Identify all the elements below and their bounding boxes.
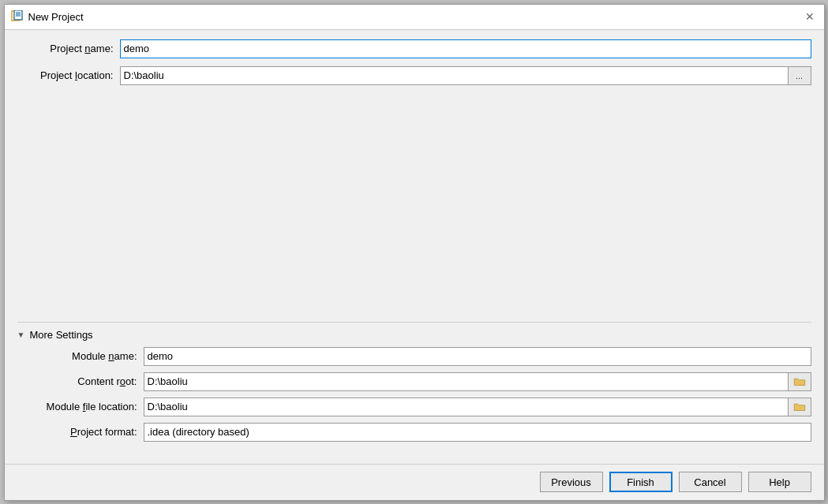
module-name-label: Module name: — [17, 350, 144, 362]
dialog-title: New Project — [28, 11, 84, 23]
content-root-browse-button[interactable] — [788, 372, 811, 391]
new-project-dialog: New Project ✕ Project name: Project loca… — [4, 4, 825, 501]
title-bar: New Project ✕ — [5, 5, 824, 30]
project-location-field: ... — [120, 66, 811, 85]
more-settings-header[interactable]: ▼ More Settings — [17, 323, 811, 347]
content-root-row: Content root: — [17, 372, 811, 391]
project-name-input[interactable] — [120, 39, 811, 58]
project-format-row: Project format: .idea (directory based) … — [17, 423, 811, 442]
project-location-row: Project location: ... — [17, 66, 811, 85]
module-name-row: Module name: — [17, 347, 811, 366]
module-file-location-input[interactable] — [144, 398, 788, 416]
more-settings-section: ▼ More Settings Module name: Content roo… — [17, 322, 811, 454]
svg-rect-1 — [14, 10, 22, 20]
module-file-location-label: Module file location: — [17, 401, 144, 413]
content-root-input[interactable] — [144, 372, 788, 391]
project-format-field: .idea (directory based) Eclipse (.classp… — [144, 423, 811, 442]
new-project-icon — [11, 10, 24, 23]
body-spacer — [17, 93, 811, 322]
dialog-footer: Previous Finish Cancel Help — [5, 464, 824, 500]
project-format-label: Project format: — [17, 426, 144, 438]
content-root-label: Content root: — [17, 375, 144, 387]
project-location-browse-button[interactable]: ... — [788, 66, 811, 85]
finish-button[interactable]: Finish — [609, 472, 673, 492]
previous-button[interactable]: Previous — [540, 472, 603, 492]
cancel-button[interactable]: Cancel — [679, 472, 742, 492]
project-location-label: Project location: — [17, 69, 120, 81]
module-name-input[interactable] — [144, 347, 811, 366]
module-file-location-field — [144, 398, 811, 416]
help-button[interactable]: Help — [748, 472, 811, 492]
project-format-select[interactable]: .idea (directory based) Eclipse (.classp… — [144, 423, 811, 442]
more-settings-content: Module name: Content root: — [17, 347, 811, 454]
project-name-row: Project name: — [17, 39, 811, 58]
more-settings-label: More Settings — [29, 329, 92, 341]
project-name-label: Project name: — [17, 43, 120, 54]
module-file-location-row: Module file location: — [17, 398, 811, 416]
content-root-field — [144, 372, 811, 391]
module-file-location-browse-button[interactable] — [788, 398, 811, 416]
project-location-input[interactable] — [120, 66, 788, 85]
title-bar-left: New Project — [11, 10, 84, 23]
close-button[interactable]: ✕ — [802, 9, 818, 24]
dialog-body: Project name: Project location: ... ▼ Mo… — [5, 30, 824, 464]
more-settings-chevron-icon: ▼ — [17, 330, 25, 339]
